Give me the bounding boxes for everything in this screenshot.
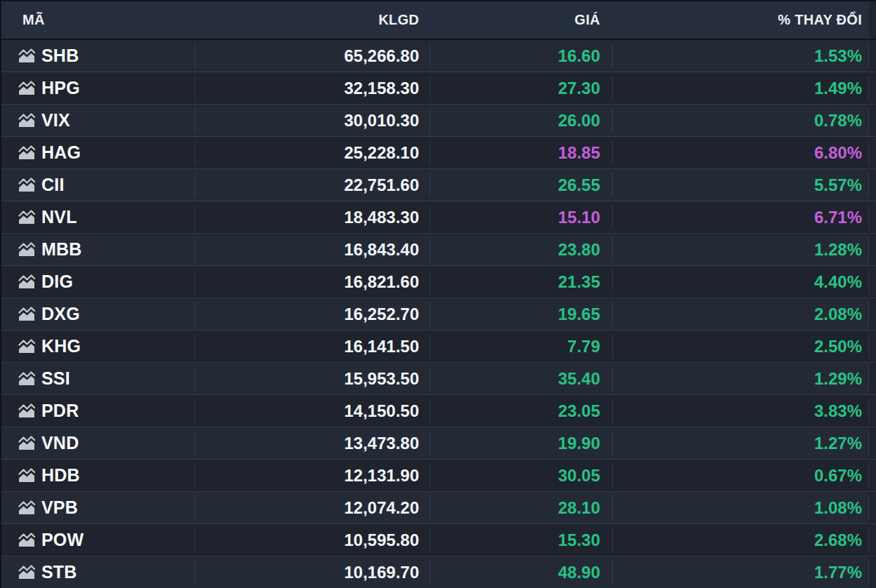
ticker-symbol: SHB bbox=[41, 46, 79, 66]
price-cell: 16.60 bbox=[430, 40, 613, 72]
ticker-symbol: DXG bbox=[41, 304, 80, 324]
volume-cell: 10,595.80 bbox=[195, 524, 430, 556]
row-gutter bbox=[869, 524, 876, 556]
ticker-cell: SHB bbox=[1, 40, 195, 72]
ticker-symbol: SSI bbox=[41, 368, 70, 389]
area-chart-icon[interactable] bbox=[18, 48, 36, 63]
column-header-klgd[interactable]: KLGD bbox=[195, 1, 430, 39]
change-percent-cell: 6.80% bbox=[613, 137, 869, 168]
table-row[interactable]: HAG 25,228.10 18.85 6.80% bbox=[1, 137, 876, 169]
row-gutter bbox=[869, 395, 876, 427]
volume-cell: 13,473.80 bbox=[195, 427, 430, 459]
ticker-cell: HDB bbox=[1, 460, 195, 491]
change-percent-cell: 6.71% bbox=[613, 201, 869, 233]
column-header-gia[interactable]: GIÁ bbox=[430, 1, 613, 39]
ticker-symbol: NVL bbox=[41, 207, 77, 227]
ticker-cell: MBB bbox=[1, 234, 195, 265]
ticker-symbol: VIX bbox=[41, 110, 70, 131]
volume-cell: 22,751.60 bbox=[195, 169, 430, 201]
table-row[interactable]: KHG 16,141.50 7.79 2.50% bbox=[1, 330, 876, 363]
ticker-cell: VND bbox=[1, 427, 195, 459]
area-chart-icon[interactable] bbox=[18, 339, 36, 354]
change-percent-cell: 1.28% bbox=[613, 234, 869, 265]
price-cell: 35.40 bbox=[430, 363, 613, 394]
row-gutter bbox=[869, 40, 876, 72]
volume-cell: 16,252.70 bbox=[195, 298, 430, 330]
volume-cell: 15,953.50 bbox=[195, 363, 430, 394]
row-gutter bbox=[869, 72, 876, 104]
table-row[interactable]: HPG 32,158.30 27.30 1.49% bbox=[1, 72, 876, 105]
table-row[interactable]: DXG 16,252.70 19.65 2.08% bbox=[1, 298, 876, 330]
ticker-cell: HAG bbox=[1, 137, 195, 168]
table-row[interactable]: DIG 16,821.60 21.35 4.40% bbox=[1, 266, 876, 298]
price-cell: 7.79 bbox=[430, 330, 613, 362]
volume-cell: 16,843.40 bbox=[195, 234, 430, 265]
ticker-cell: NVL bbox=[1, 201, 195, 233]
ticker-cell: VPB bbox=[1, 492, 195, 523]
ticker-symbol: POW bbox=[41, 530, 84, 550]
row-gutter bbox=[869, 556, 876, 588]
area-chart-icon[interactable] bbox=[18, 500, 36, 515]
change-percent-cell: 5.57% bbox=[613, 169, 869, 201]
row-gutter bbox=[869, 363, 876, 394]
row-gutter bbox=[869, 266, 876, 298]
price-cell: 19.65 bbox=[430, 298, 613, 330]
table-header-row: MÃ KLGD GIÁ % THAY ĐỔI bbox=[1, 1, 876, 40]
ticker-cell: PDR bbox=[1, 395, 195, 427]
row-gutter bbox=[869, 201, 876, 233]
change-percent-cell: 4.40% bbox=[613, 266, 869, 298]
row-gutter bbox=[869, 460, 876, 491]
ticker-symbol: KHG bbox=[41, 336, 81, 356]
table-row[interactable]: POW 10,595.80 15.30 2.68% bbox=[1, 524, 876, 556]
area-chart-icon[interactable] bbox=[18, 307, 36, 321]
row-gutter bbox=[869, 234, 876, 265]
table-row[interactable]: CII 22,751.60 26.55 5.57% bbox=[1, 169, 876, 201]
ticker-cell: STB bbox=[1, 556, 195, 588]
area-chart-icon[interactable] bbox=[18, 242, 36, 257]
area-chart-icon[interactable] bbox=[18, 178, 36, 192]
table-row[interactable]: NVL 18,483.30 15.10 6.71% bbox=[1, 201, 876, 234]
area-chart-icon[interactable] bbox=[18, 403, 36, 418]
area-chart-icon[interactable] bbox=[18, 113, 36, 128]
price-cell: 48.90 bbox=[430, 556, 613, 588]
table-row[interactable]: PDR 14,150.50 23.05 3.83% bbox=[1, 395, 876, 427]
row-gutter bbox=[869, 427, 876, 459]
area-chart-icon[interactable] bbox=[18, 436, 36, 450]
column-header-pct-change[interactable]: % THAY ĐỔI bbox=[613, 1, 869, 39]
area-chart-icon[interactable] bbox=[18, 81, 36, 95]
change-percent-cell: 2.68% bbox=[613, 524, 869, 556]
change-percent-cell: 0.67% bbox=[613, 460, 869, 491]
price-cell: 18.85 bbox=[430, 137, 613, 168]
ticker-cell: CII bbox=[1, 169, 195, 201]
area-chart-icon[interactable] bbox=[18, 210, 36, 225]
area-chart-icon[interactable] bbox=[18, 565, 36, 580]
volume-cell: 10,169.70 bbox=[195, 556, 430, 588]
table-row[interactable]: VPB 12,074.20 28.10 1.08% bbox=[1, 492, 876, 524]
price-cell: 30.05 bbox=[430, 460, 613, 491]
price-cell: 28.10 bbox=[430, 492, 613, 523]
area-chart-icon[interactable] bbox=[18, 468, 36, 483]
table-row[interactable]: HDB 12,131.90 30.05 0.67% bbox=[1, 460, 876, 492]
ticker-cell: DXG bbox=[1, 298, 195, 330]
change-percent-cell: 1.08% bbox=[613, 492, 869, 523]
table-row[interactable]: SSI 15,953.50 35.40 1.29% bbox=[1, 363, 876, 395]
area-chart-icon[interactable] bbox=[18, 274, 36, 289]
ticker-symbol: HAG bbox=[41, 142, 81, 163]
ticker-symbol: DIG bbox=[41, 272, 73, 292]
table-row[interactable]: MBB 16,843.40 23.80 1.28% bbox=[1, 234, 876, 266]
price-cell: 23.05 bbox=[430, 395, 613, 427]
table-row[interactable]: VND 13,473.80 19.90 1.27% bbox=[1, 427, 876, 460]
column-header-ma[interactable]: MÃ bbox=[1, 1, 195, 39]
area-chart-icon[interactable] bbox=[18, 533, 36, 547]
stock-price-board: MÃ KLGD GIÁ % THAY ĐỔI SHB 65,266.80 16.… bbox=[0, 0, 876, 588]
area-chart-icon[interactable] bbox=[18, 371, 36, 386]
table-row[interactable]: VIX 30,010.30 26.00 0.78% bbox=[1, 105, 876, 137]
table-row[interactable]: SHB 65,266.80 16.60 1.53% bbox=[1, 40, 876, 72]
area-chart-icon[interactable] bbox=[18, 145, 36, 160]
table-row[interactable]: STB 10,169.70 48.90 1.77% bbox=[1, 556, 876, 588]
price-cell: 23.80 bbox=[430, 234, 613, 265]
row-gutter bbox=[869, 169, 876, 201]
volume-cell: 16,821.60 bbox=[195, 266, 430, 298]
price-cell: 21.35 bbox=[430, 266, 613, 298]
ticker-symbol: HPG bbox=[41, 78, 80, 98]
